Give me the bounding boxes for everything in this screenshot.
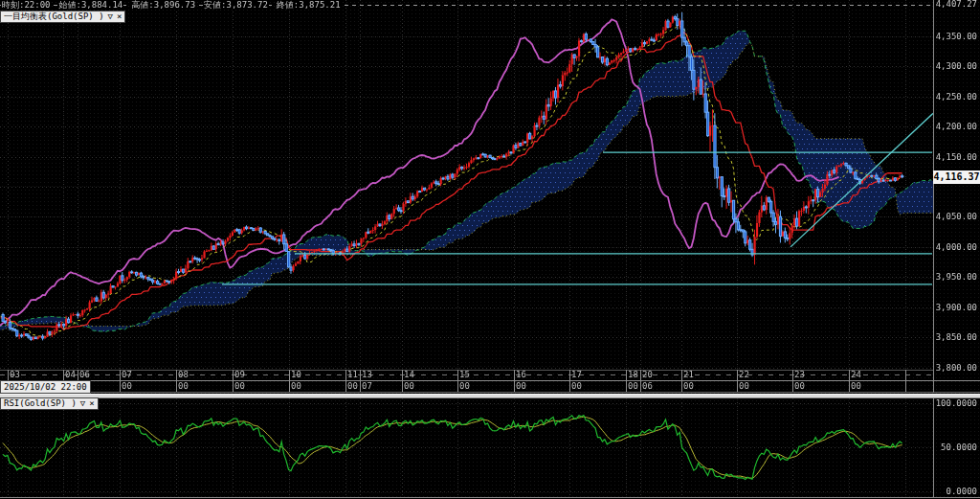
ohlc-info-bar: 時刻:22:00始値:3,884.14高値:3,896.73安値:3,873.7…	[1, 0, 348, 10]
hour-tick-label: 00	[794, 381, 805, 391]
time-value: 22:00	[24, 0, 50, 10]
ichimoku-label: 一目均衡表(Gold(SP) )	[4, 11, 104, 22]
high-label: 高値:	[131, 0, 153, 10]
low-value: 3,873.72	[227, 0, 268, 10]
date-tick-label: 04	[65, 370, 76, 379]
date-tick-label: 22	[739, 370, 749, 379]
hour-tick-label: 00	[234, 381, 245, 391]
date-tick-label: 24	[851, 370, 861, 379]
rsi-label: RSI(Gold(SP) )	[4, 398, 77, 409]
hour-tick-label: 00	[571, 381, 582, 391]
date-tick-label: 15	[459, 370, 470, 379]
ichimoku-label-box[interactable]: 一目均衡表(Gold(SP) ) ▽ ×	[0, 11, 125, 23]
date-tick-label: 09	[234, 370, 245, 379]
date-tick-label: 23	[794, 370, 805, 379]
price-axis-label: 3,800.00	[933, 363, 977, 373]
rsi-axis-label: 0.0000	[933, 487, 977, 496]
price-axis-max-label: 4,407.27	[933, 0, 977, 9]
date-tick-label: 21	[683, 370, 694, 379]
candle-high: 高値:3,896.73	[130, 0, 196, 10]
low-label: 安値:	[204, 0, 226, 10]
hour-tick-label: 00	[122, 381, 132, 391]
hour-tick-label: 00	[739, 381, 749, 391]
high-value: 3,896.73	[154, 0, 195, 10]
hour-tick-label: 06	[642, 381, 653, 391]
date-tick-label: 03	[10, 370, 20, 379]
chart-window: 時刻:22:00始値:3,884.14高値:3,896.73安値:3,873.7…	[0, 0, 980, 499]
date-tick-label: 16	[516, 370, 526, 379]
price-axis-label: 3,950.00	[933, 272, 977, 282]
price-axis-label: 4,350.00	[933, 32, 977, 41]
price-axis-label: 3,850.00	[933, 332, 977, 342]
rsi-axis-label: 50.0000	[933, 442, 977, 452]
close-icon[interactable]: ×	[117, 11, 122, 22]
hour-tick-label: 00	[291, 381, 301, 391]
collapse-icon[interactable]: ▽	[108, 11, 113, 22]
date-tick-label: 20	[642, 370, 653, 379]
candle-low: 安値:3,873.72	[203, 0, 269, 10]
chart-canvas[interactable]	[0, 0, 980, 499]
rsi-close-icon[interactable]: ×	[89, 398, 94, 409]
open-label: 始値:	[59, 0, 81, 10]
price-axis-label: 3,900.00	[933, 303, 977, 312]
close-label: 終値:	[277, 0, 299, 10]
date-tick-label: 06	[79, 370, 90, 379]
price-axis-label: 4,250.00	[933, 92, 977, 102]
date-tick-label: 18	[628, 370, 638, 379]
candle-open: 始値:3,884.14	[58, 0, 124, 10]
hour-tick-label: 00	[683, 381, 694, 391]
rsi-axis-label: 100.0000	[933, 398, 977, 408]
price-axis-label: 4,000.00	[933, 242, 977, 252]
price-axis-label: 4,300.00	[933, 61, 977, 71]
open-value: 3,884.14	[81, 0, 122, 10]
hour-tick-label: 00	[851, 381, 861, 391]
hour-tick-label: 00	[459, 381, 470, 391]
date-tick-label: 14	[404, 370, 414, 379]
time-label: 時刻:	[2, 0, 24, 10]
rsi-label-box[interactable]: RSI(Gold(SP) ) ▽ ×	[0, 397, 99, 410]
candle-time: 時刻:22:00	[1, 0, 52, 10]
date-tick-label: 07	[122, 370, 132, 379]
status-datetime-box: 2025/10/02 22:00	[0, 380, 91, 394]
status-datetime: 2025/10/02 22:00	[4, 381, 87, 393]
rsi-collapse-icon[interactable]: ▽	[80, 398, 85, 409]
date-tick-label: 08	[178, 370, 189, 379]
close-value: 3,875.21	[299, 0, 340, 10]
hour-tick-label: 00	[347, 381, 358, 391]
hour-tick-label: 00	[178, 381, 189, 391]
date-tick-label: 11	[347, 370, 358, 379]
candle-close: 終値:3,875.21	[276, 0, 342, 10]
date-tick-label: 17	[571, 370, 582, 379]
date-tick-label: 13	[362, 370, 372, 379]
hour-tick-label: 07	[362, 381, 372, 391]
price-axis-label: 4,050.00	[933, 212, 977, 221]
hour-tick-label: 00	[628, 381, 638, 391]
current-price-badge: 4,116.37	[933, 170, 980, 184]
price-axis-label: 4,150.00	[933, 152, 977, 162]
hour-tick-label: 00	[516, 381, 526, 391]
hour-tick-label: 00	[404, 381, 414, 391]
date-tick-label: 10	[291, 370, 301, 379]
price-axis-label: 4,200.00	[933, 122, 977, 131]
